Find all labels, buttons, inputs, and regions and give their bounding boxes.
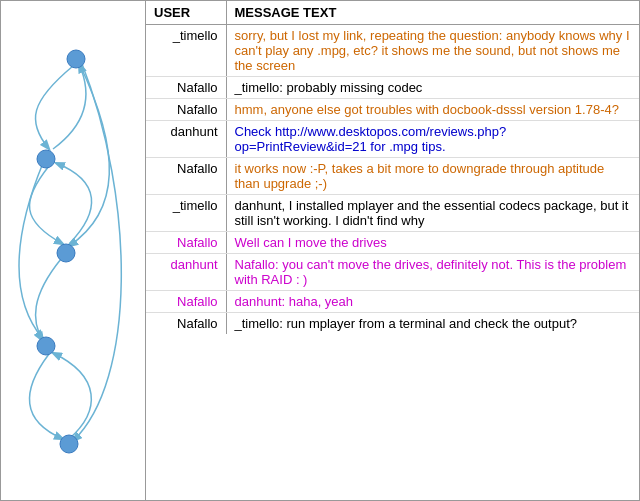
table-row: Nafallo_timello: run mplayer from a term… <box>146 313 639 335</box>
node-2 <box>37 150 55 168</box>
node-4 <box>37 337 55 355</box>
message-cell: danhunt, I installed mplayer and the ess… <box>226 195 639 232</box>
message-cell: it works now :-P, takes a bit more to do… <box>226 158 639 195</box>
table-row: danhuntNafallo: you can't move the drive… <box>146 254 639 291</box>
node-1 <box>67 50 85 68</box>
message-cell: hmm, anyone else got troubles with docbo… <box>226 99 639 121</box>
node-3 <box>57 244 75 262</box>
user-cell: Nafallo <box>146 232 226 254</box>
table-row: Nafallo_timello: probably missing codec <box>146 77 639 99</box>
user-cell: Nafallo <box>146 313 226 335</box>
table-row: NafalloWell can I move the drives <box>146 232 639 254</box>
graph-panel <box>1 1 146 500</box>
user-cell: danhunt <box>146 121 226 158</box>
table-row: Nafallohmm, anyone else got troubles wit… <box>146 99 639 121</box>
user-cell: _timello <box>146 25 226 77</box>
table-row: danhuntCheck http://www.desktopos.com/re… <box>146 121 639 158</box>
message-cell: Well can I move the drives <box>226 232 639 254</box>
user-cell: danhunt <box>146 254 226 291</box>
message-cell: Check http://www.desktopos.com/reviews.p… <box>226 121 639 158</box>
col-header-user: USER <box>146 1 226 25</box>
table-panel: USER MESSAGE TEXT _timellosorry, but I l… <box>146 1 639 500</box>
col-header-message: MESSAGE TEXT <box>226 1 639 25</box>
message-table: USER MESSAGE TEXT _timellosorry, but I l… <box>146 1 639 334</box>
node-5 <box>60 435 78 453</box>
user-cell: Nafallo <box>146 99 226 121</box>
message-cell: Nafallo: you can't move the drives, defi… <box>226 254 639 291</box>
message-cell: _timello: probably missing codec <box>226 77 639 99</box>
message-cell: sorry, but I lost my link, repeating the… <box>226 25 639 77</box>
table-row: _timellodanhunt, I installed mplayer and… <box>146 195 639 232</box>
table-row: _timellosorry, but I lost my link, repea… <box>146 25 639 77</box>
user-cell: Nafallo <box>146 158 226 195</box>
table-row: Nafallodanhunt: haha, yeah <box>146 291 639 313</box>
table-row: Nafalloit works now :-P, takes a bit mor… <box>146 158 639 195</box>
user-cell: Nafallo <box>146 77 226 99</box>
user-cell: Nafallo <box>146 291 226 313</box>
main-container: USER MESSAGE TEXT _timellosorry, but I l… <box>0 0 640 501</box>
message-cell: _timello: run mplayer from a terminal an… <box>226 313 639 335</box>
user-cell: _timello <box>146 195 226 232</box>
message-cell: danhunt: haha, yeah <box>226 291 639 313</box>
